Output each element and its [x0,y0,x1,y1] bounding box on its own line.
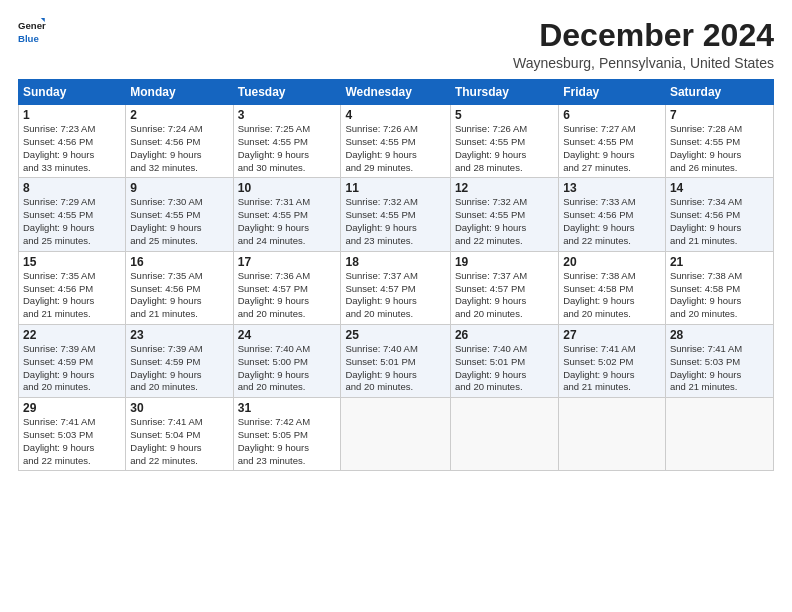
day-number: 8 [23,181,121,195]
day-number: 22 [23,328,121,342]
table-row: 14Sunrise: 7:34 AMSunset: 4:56 PMDayligh… [665,178,773,251]
day-number: 27 [563,328,661,342]
day-number: 9 [130,181,228,195]
table-row: 3Sunrise: 7:25 AMSunset: 4:55 PMDaylight… [233,105,341,178]
table-row: 7Sunrise: 7:28 AMSunset: 4:55 PMDaylight… [665,105,773,178]
table-row: 5Sunrise: 7:26 AMSunset: 4:55 PMDaylight… [450,105,558,178]
col-friday: Friday [559,80,666,105]
location: Waynesburg, Pennsylvania, United States [513,55,774,71]
table-row: 26Sunrise: 7:40 AMSunset: 5:01 PMDayligh… [450,324,558,397]
day-number: 24 [238,328,337,342]
col-monday: Monday [126,80,233,105]
week-row-2: 8Sunrise: 7:29 AMSunset: 4:55 PMDaylight… [19,178,774,251]
day-info: Sunrise: 7:38 AMSunset: 4:58 PMDaylight:… [670,270,742,319]
day-info: Sunrise: 7:31 AMSunset: 4:55 PMDaylight:… [238,196,310,245]
table-row: 2Sunrise: 7:24 AMSunset: 4:56 PMDaylight… [126,105,233,178]
day-number: 12 [455,181,554,195]
day-number: 28 [670,328,769,342]
day-info: Sunrise: 7:42 AMSunset: 5:05 PMDaylight:… [238,416,310,465]
day-info: Sunrise: 7:29 AMSunset: 4:55 PMDaylight:… [23,196,95,245]
table-row: 17Sunrise: 7:36 AMSunset: 4:57 PMDayligh… [233,251,341,324]
day-info: Sunrise: 7:39 AMSunset: 4:59 PMDaylight:… [130,343,202,392]
day-number: 18 [345,255,445,269]
day-number: 16 [130,255,228,269]
day-info: Sunrise: 7:40 AMSunset: 5:01 PMDaylight:… [345,343,417,392]
week-row-5: 29Sunrise: 7:41 AMSunset: 5:03 PMDayligh… [19,398,774,471]
day-info: Sunrise: 7:30 AMSunset: 4:55 PMDaylight:… [130,196,202,245]
day-number: 2 [130,108,228,122]
day-info: Sunrise: 7:24 AMSunset: 4:56 PMDaylight:… [130,123,202,172]
table-row [341,398,450,471]
day-number: 31 [238,401,337,415]
table-row: 6Sunrise: 7:27 AMSunset: 4:55 PMDaylight… [559,105,666,178]
day-info: Sunrise: 7:41 AMSunset: 5:04 PMDaylight:… [130,416,202,465]
table-row: 16Sunrise: 7:35 AMSunset: 4:56 PMDayligh… [126,251,233,324]
col-tuesday: Tuesday [233,80,341,105]
day-number: 10 [238,181,337,195]
day-info: Sunrise: 7:26 AMSunset: 4:55 PMDaylight:… [455,123,527,172]
table-row: 25Sunrise: 7:40 AMSunset: 5:01 PMDayligh… [341,324,450,397]
table-row: 11Sunrise: 7:32 AMSunset: 4:55 PMDayligh… [341,178,450,251]
day-number: 17 [238,255,337,269]
day-number: 6 [563,108,661,122]
week-row-4: 22Sunrise: 7:39 AMSunset: 4:59 PMDayligh… [19,324,774,397]
week-row-1: 1Sunrise: 7:23 AMSunset: 4:56 PMDaylight… [19,105,774,178]
table-row: 30Sunrise: 7:41 AMSunset: 5:04 PMDayligh… [126,398,233,471]
logo: General Blue [18,18,48,46]
month-title: December 2024 [513,18,774,53]
day-number: 1 [23,108,121,122]
table-row [665,398,773,471]
day-info: Sunrise: 7:41 AMSunset: 5:03 PMDaylight:… [23,416,95,465]
day-number: 30 [130,401,228,415]
table-row [450,398,558,471]
day-info: Sunrise: 7:28 AMSunset: 4:55 PMDaylight:… [670,123,742,172]
svg-text:Blue: Blue [18,33,39,44]
day-info: Sunrise: 7:34 AMSunset: 4:56 PMDaylight:… [670,196,742,245]
svg-text:General: General [18,20,46,31]
day-info: Sunrise: 7:25 AMSunset: 4:55 PMDaylight:… [238,123,310,172]
table-row: 24Sunrise: 7:40 AMSunset: 5:00 PMDayligh… [233,324,341,397]
col-saturday: Saturday [665,80,773,105]
day-info: Sunrise: 7:27 AMSunset: 4:55 PMDaylight:… [563,123,635,172]
day-info: Sunrise: 7:23 AMSunset: 4:56 PMDaylight:… [23,123,95,172]
header: General Blue December 2024 Waynesburg, P… [18,18,774,71]
calendar-header-row: Sunday Monday Tuesday Wednesday Thursday… [19,80,774,105]
day-number: 13 [563,181,661,195]
day-info: Sunrise: 7:41 AMSunset: 5:02 PMDaylight:… [563,343,635,392]
day-number: 25 [345,328,445,342]
day-number: 3 [238,108,337,122]
day-info: Sunrise: 7:37 AMSunset: 4:57 PMDaylight:… [455,270,527,319]
table-row: 27Sunrise: 7:41 AMSunset: 5:02 PMDayligh… [559,324,666,397]
day-info: Sunrise: 7:26 AMSunset: 4:55 PMDaylight:… [345,123,417,172]
week-row-3: 15Sunrise: 7:35 AMSunset: 4:56 PMDayligh… [19,251,774,324]
day-info: Sunrise: 7:35 AMSunset: 4:56 PMDaylight:… [23,270,95,319]
day-number: 14 [670,181,769,195]
day-number: 11 [345,181,445,195]
day-number: 26 [455,328,554,342]
col-sunday: Sunday [19,80,126,105]
table-row: 21Sunrise: 7:38 AMSunset: 4:58 PMDayligh… [665,251,773,324]
day-number: 15 [23,255,121,269]
table-row: 29Sunrise: 7:41 AMSunset: 5:03 PMDayligh… [19,398,126,471]
day-info: Sunrise: 7:37 AMSunset: 4:57 PMDaylight:… [345,270,417,319]
day-number: 29 [23,401,121,415]
day-info: Sunrise: 7:41 AMSunset: 5:03 PMDaylight:… [670,343,742,392]
day-number: 4 [345,108,445,122]
day-info: Sunrise: 7:32 AMSunset: 4:55 PMDaylight:… [455,196,527,245]
day-number: 21 [670,255,769,269]
day-info: Sunrise: 7:35 AMSunset: 4:56 PMDaylight:… [130,270,202,319]
col-thursday: Thursday [450,80,558,105]
day-number: 5 [455,108,554,122]
table-row: 22Sunrise: 7:39 AMSunset: 4:59 PMDayligh… [19,324,126,397]
table-row: 13Sunrise: 7:33 AMSunset: 4:56 PMDayligh… [559,178,666,251]
table-row [559,398,666,471]
col-wednesday: Wednesday [341,80,450,105]
page: General Blue December 2024 Waynesburg, P… [0,0,792,612]
table-row: 31Sunrise: 7:42 AMSunset: 5:05 PMDayligh… [233,398,341,471]
calendar: Sunday Monday Tuesday Wednesday Thursday… [18,79,774,471]
table-row: 15Sunrise: 7:35 AMSunset: 4:56 PMDayligh… [19,251,126,324]
day-info: Sunrise: 7:40 AMSunset: 5:00 PMDaylight:… [238,343,310,392]
day-number: 19 [455,255,554,269]
day-info: Sunrise: 7:40 AMSunset: 5:01 PMDaylight:… [455,343,527,392]
day-info: Sunrise: 7:36 AMSunset: 4:57 PMDaylight:… [238,270,310,319]
